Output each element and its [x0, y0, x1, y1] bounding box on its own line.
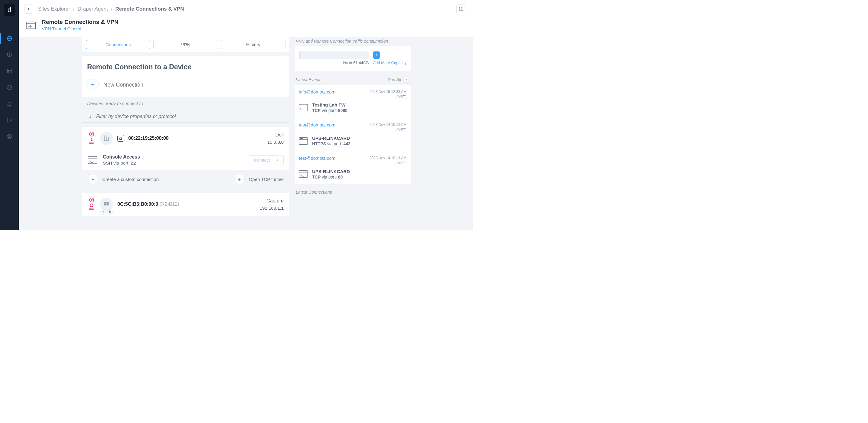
- connect-button[interactable]: Connect: [249, 155, 284, 165]
- page-header-icon: [25, 20, 36, 31]
- event-time: 2023 Nov 14 10:12 AM(MST): [370, 122, 406, 132]
- bell-icon: [6, 101, 12, 107]
- traffic-label: VPN and Remote Connection traffic consum…: [296, 39, 411, 43]
- left-rail: d: [0, 0, 19, 230]
- traffic-bar: [299, 52, 369, 59]
- status-indicator-icon: [89, 132, 94, 137]
- breadcrumb-sites[interactable]: Sites Explorer: [38, 6, 70, 12]
- svg-rect-8: [104, 136, 107, 141]
- svg-point-18: [303, 138, 303, 139]
- shield-badge: [107, 209, 113, 214]
- tabs: Connections VPN History: [82, 37, 289, 52]
- device-card: 2 mo 00:22:19:25:00:00 Dell: [82, 127, 289, 188]
- svg-point-2: [7, 85, 12, 90]
- event-time: 2023 Nov 14 10:11 AM(MST): [370, 155, 406, 166]
- device-mac: 0C:5C:B5:B0:00:0 (R2-B12): [117, 202, 179, 207]
- tab-history[interactable]: History: [221, 40, 285, 49]
- breadcrumb-current: Remote Connections & VPN: [115, 6, 184, 12]
- connection-row: Console Access SSH via port: 22 Connect: [82, 150, 289, 170]
- app-logo[interactable]: d: [4, 4, 15, 16]
- terminal-icon: [88, 156, 97, 164]
- globe-icon: [6, 35, 12, 41]
- box-icon: [6, 52, 12, 58]
- event-item[interactable]: info@domotz.com 2023 Nov 15 12:38 AM(MST…: [294, 85, 411, 118]
- nav-account[interactable]: [0, 128, 19, 145]
- device-header[interactable]: 2 mo 00:22:19:25:00:00 Dell: [82, 127, 289, 150]
- event-detail: HTTPS via port: 443: [312, 141, 350, 146]
- create-custom-connection[interactable]: + Create a custom connection: [88, 174, 159, 184]
- connection-detail: SSH via port: 22: [103, 160, 140, 165]
- nav-box[interactable]: [0, 47, 19, 63]
- server-icon: [103, 134, 110, 142]
- event-device: UPS-RLINKCARD: [312, 169, 350, 174]
- nav-dashboard[interactable]: [0, 63, 19, 79]
- latest-events-label: Latest Events: [296, 77, 321, 82]
- see-all-link[interactable]: See All: [388, 77, 409, 83]
- terminal-icon: [299, 170, 308, 178]
- svg-point-13: [106, 203, 107, 204]
- tab-connections[interactable]: Connections: [86, 40, 150, 49]
- plus-button[interactable]: +: [88, 174, 98, 184]
- dashboard-icon: [6, 68, 12, 74]
- lock-badge: [117, 135, 124, 142]
- power-badge: [100, 209, 106, 214]
- plus-button[interactable]: +: [235, 174, 245, 184]
- device-header[interactable]: 10 mo 0C:5C:B5:B0:00:0 (: [82, 193, 289, 216]
- book-icon: [459, 6, 464, 12]
- page-title: Remote Connections & VPN: [42, 19, 118, 25]
- events-list: info@domotz.com 2023 Nov 15 12:38 AM(MST…: [294, 85, 411, 184]
- traffic-card: 1% of 61.44GB + Add More Capacity: [294, 46, 411, 71]
- vpn-status[interactable]: VPN Tunnel Closed: [42, 26, 118, 31]
- svg-rect-9: [107, 137, 108, 141]
- open-tcp-tunnel[interactable]: + Open TCP tunnel: [235, 174, 284, 184]
- help-button[interactable]: [456, 4, 466, 14]
- device-card: 10 mo 0C:5C:B5:B0:00:0 (: [82, 193, 289, 216]
- device-ip: 10.0.0.0: [267, 140, 284, 145]
- connection-title: Console Access: [103, 154, 140, 160]
- chevron-left-icon: [27, 7, 30, 11]
- shield-icon: [108, 210, 111, 213]
- nav-notifications[interactable]: [0, 96, 19, 112]
- nav-device[interactable]: [0, 112, 19, 128]
- device-avatar: [100, 132, 113, 145]
- new-connection-button[interactable]: +: [87, 79, 99, 90]
- devices-ready-label: Devices ready to connect to: [82, 97, 289, 110]
- nav-compass[interactable]: [0, 79, 19, 96]
- svg-point-16: [300, 138, 301, 139]
- device-vendor: Dell: [267, 132, 284, 138]
- back-button[interactable]: [24, 4, 33, 13]
- svg-rect-10: [120, 138, 122, 140]
- svg-rect-3: [7, 118, 11, 122]
- filter-input[interactable]: [96, 114, 284, 119]
- plus-icon: +: [375, 52, 378, 58]
- add-capacity-button[interactable]: +: [373, 52, 380, 59]
- new-connection-row[interactable]: + New Connection: [82, 77, 289, 97]
- traffic-caption: 1% of 61.44GB: [299, 61, 369, 65]
- user-icon: [6, 133, 12, 140]
- latest-connections-label: Latest Connections: [296, 190, 411, 194]
- plus-icon: +: [92, 177, 94, 182]
- new-connection-label: New Connection: [103, 82, 143, 88]
- event-user[interactable]: info@domotz.com: [299, 89, 335, 94]
- tab-vpn[interactable]: VPN: [153, 40, 218, 49]
- bolt-icon: [102, 210, 105, 213]
- monitor-icon: [103, 201, 110, 208]
- event-user[interactable]: test@domotz.com: [299, 122, 335, 127]
- device-avatar: [100, 198, 113, 211]
- svg-point-7: [88, 115, 90, 117]
- device-ip: 192.168.1.1: [260, 206, 284, 211]
- add-capacity-link[interactable]: Add More Capacity: [373, 61, 406, 66]
- nav-globe[interactable]: [0, 30, 19, 47]
- event-item[interactable]: test@domotz.com 2023 Nov 14 10:11 AM(MST…: [294, 151, 411, 184]
- device-mac: 00:22:19:25:00:00: [128, 135, 168, 141]
- event-user[interactable]: test@domotz.com: [299, 155, 335, 161]
- chevron-right-icon: [406, 78, 407, 81]
- status-indicator-icon: [89, 198, 94, 203]
- svg-point-17: [302, 138, 302, 139]
- plus-icon: +: [91, 81, 95, 89]
- see-all-button[interactable]: [403, 77, 409, 83]
- terminal-icon: [299, 104, 308, 112]
- event-item[interactable]: test@domotz.com 2023 Nov 14 10:12 AM(MST…: [294, 118, 411, 151]
- event-device: Testing Lab FW: [312, 102, 347, 108]
- breadcrumb-agent[interactable]: Draper Agent: [78, 6, 108, 12]
